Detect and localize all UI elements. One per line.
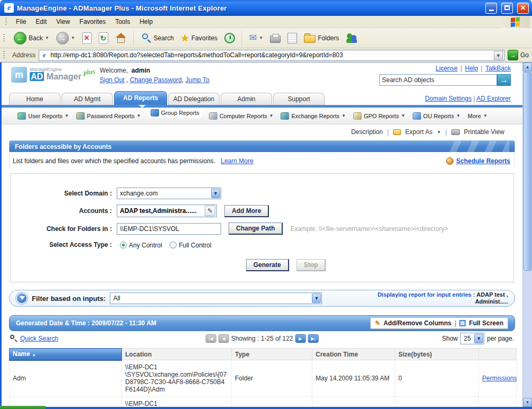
go-arrow-icon: →	[508, 50, 518, 60]
column-location[interactable]: Location	[122, 349, 232, 360]
tab-ad-reports[interactable]: AD Reports	[114, 91, 167, 105]
tab-support[interactable]: Support	[273, 93, 325, 105]
menu-view[interactable]: View	[51, 17, 75, 26]
full-control-radio[interactable]	[170, 242, 177, 248]
any-control-radio[interactable]	[120, 242, 127, 248]
printable-view-link[interactable]: Printable View	[464, 128, 505, 136]
search-ad-objects-input[interactable]	[379, 74, 497, 86]
change-password-link[interactable]: Change Password	[130, 76, 182, 84]
logo-cube-icon: m	[11, 67, 27, 83]
messenger-button[interactable]	[344, 31, 361, 45]
tab-home[interactable]: Home	[9, 93, 60, 105]
user-reports-menu[interactable]: User Reports▼	[18, 112, 69, 120]
computer-reports-menu[interactable]: Computer Reports▼	[209, 112, 274, 120]
sign-out-link[interactable]: Sign Out	[100, 76, 125, 84]
ou-reports-menu[interactable]: OU Reports▼	[413, 112, 460, 120]
export-as-button[interactable]: Export As	[405, 128, 432, 136]
menu-tools[interactable]: Tools	[110, 17, 135, 26]
sort-asc-icon: ▲	[32, 352, 36, 357]
prev-page-button[interactable]: ◀	[219, 334, 229, 343]
column-size[interactable]: Size(bytes)	[395, 349, 479, 360]
refresh-button[interactable]: ↻	[97, 31, 110, 45]
address-url[interactable]: http://emp-dc1:8080/Report.do?selectedTa…	[50, 51, 492, 59]
scroll-up-icon[interactable]: ▲	[523, 63, 532, 72]
stop-button[interactable]: ✕	[80, 31, 94, 45]
menu-favorites[interactable]: Favorites	[75, 17, 110, 26]
search-button[interactable]: Search	[139, 32, 176, 45]
column-creation-time[interactable]: Creation Time	[312, 349, 395, 360]
edit-accounts-icon[interactable]: ✎	[205, 206, 215, 216]
exchange-reports-menu[interactable]: Exchange Reports▼	[281, 112, 345, 120]
chevron-down-icon: ▼	[474, 334, 483, 343]
column-type[interactable]: Type	[232, 349, 312, 360]
accounts-input[interactable]	[117, 207, 205, 215]
home-button[interactable]	[113, 31, 129, 45]
printable-view-icon	[451, 129, 460, 135]
displaying-report-text: Displaying report for input entries : AD…	[373, 291, 508, 305]
menu-edit[interactable]: Edit	[31, 17, 51, 26]
domain-select[interactable]: xchange.com ▼	[117, 188, 221, 199]
forward-button[interactable]: → ▼	[54, 31, 77, 46]
stop-button-form[interactable]: Stop	[296, 259, 326, 271]
license-link[interactable]: License	[435, 65, 457, 72]
permissions-link[interactable]: Permissions	[482, 375, 517, 382]
quick-search[interactable]: Quick Search	[10, 335, 58, 343]
generate-button[interactable]: Generate	[246, 259, 289, 271]
back-dropdown-icon[interactable]: ▼	[45, 35, 49, 40]
group-reports-menu[interactable]: Group Reports	[149, 108, 202, 118]
close-button[interactable]: ✕	[517, 3, 529, 14]
password-reports-icon	[76, 112, 85, 120]
minimize-button[interactable]	[485, 3, 497, 14]
tab-ad-mgmt[interactable]: AD Mgmt	[62, 93, 113, 105]
schedule-reports[interactable]: Schedule Reports	[446, 157, 510, 165]
filter-select[interactable]: All ▼	[110, 292, 322, 304]
scroll-down-icon[interactable]: ▼	[523, 398, 532, 407]
add-remove-columns-icon: ✎	[375, 319, 380, 327]
talkback-link[interactable]: TalkBack	[485, 65, 511, 72]
jump-to-link[interactable]: Jump To	[185, 76, 209, 84]
check-folders-label: Check for Folders in :	[11, 225, 117, 233]
folder-path-input[interactable]	[117, 223, 221, 235]
print-button[interactable]	[268, 32, 283, 44]
menu-file[interactable]: File	[11, 17, 31, 26]
address-dropdown-icon[interactable]: ▼	[494, 51, 503, 60]
history-button[interactable]	[222, 32, 237, 45]
welcome-text: Welcome, admin	[100, 67, 150, 74]
maximize-button[interactable]	[501, 3, 513, 14]
column-name[interactable]: Name ▲	[10, 349, 122, 360]
full-control-label: Full Control	[179, 242, 211, 249]
page-size-select[interactable]: 25 ▼	[460, 333, 484, 344]
gpo-reports-menu[interactable]: GPO Reports▼	[353, 112, 405, 120]
description-link[interactable]: Description	[351, 128, 383, 136]
go-button[interactable]: → Go	[508, 50, 529, 60]
tab-ad-delegation[interactable]: AD Delegation	[168, 93, 220, 105]
scrollbar-track[interactable]	[523, 271, 532, 398]
stop-icon: ✕	[82, 32, 92, 44]
edit-button[interactable]	[285, 32, 299, 45]
ad-explorer-link[interactable]: AD Explorer	[476, 95, 511, 102]
first-page-button[interactable]: |◀	[206, 334, 216, 343]
back-button[interactable]: ← Back ▼	[12, 31, 51, 46]
forward-dropdown-icon[interactable]: ▼	[71, 35, 75, 40]
scrollbar-thumb[interactable]	[524, 72, 531, 271]
domain-settings-link[interactable]: Domain Settings	[425, 95, 472, 102]
search-go-icon[interactable]: →	[497, 74, 511, 86]
vertical-scrollbar[interactable]: ▲ ▼	[522, 63, 532, 407]
add-remove-columns-button[interactable]: Add/Remove Columns	[383, 319, 451, 327]
site-header: m ManageEngine AD Manager plus Welcome, …	[2, 63, 522, 91]
folders-button[interactable]: Folders	[302, 32, 341, 44]
more-menu[interactable]: More▼	[468, 113, 487, 119]
password-reports-menu[interactable]: Password Reports▼	[76, 112, 141, 120]
last-page-button[interactable]: ▶|	[308, 334, 318, 343]
favorites-button[interactable]: ★ Favorites	[179, 32, 220, 44]
add-more-button[interactable]: Add More	[224, 205, 269, 217]
help-link[interactable]: Help	[465, 65, 478, 72]
menu-help[interactable]: Help	[135, 17, 158, 26]
change-path-button[interactable]: Change Path	[229, 223, 283, 235]
next-page-button[interactable]: ▶	[295, 334, 306, 343]
full-screen-button[interactable]: Full Screen	[469, 319, 503, 327]
learn-more-link[interactable]: Learn More	[221, 157, 253, 165]
tab-admin[interactable]: Admin	[221, 93, 272, 105]
mail-button[interactable]: ✉▼	[247, 31, 265, 45]
address-input[interactable]: e http://emp-dc1:8080/Report.do?selected…	[39, 50, 504, 61]
